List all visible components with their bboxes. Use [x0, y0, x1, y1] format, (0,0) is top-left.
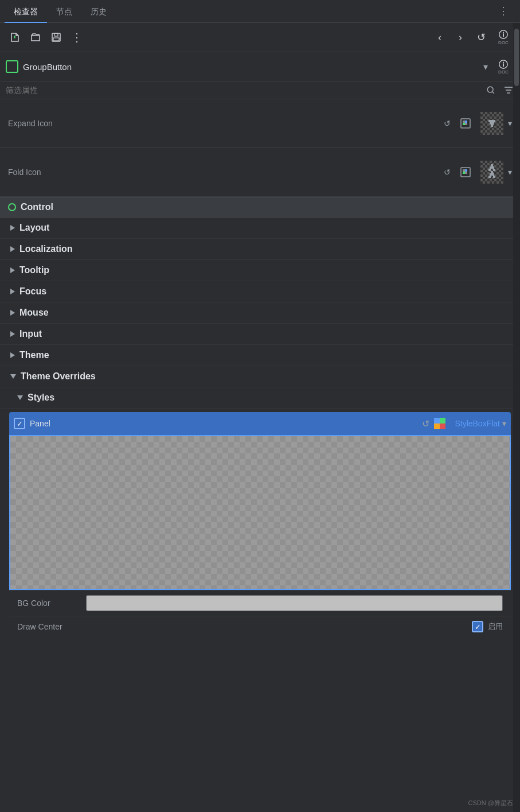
- node-doc-button[interactable]: DOC: [492, 56, 514, 77]
- new-file-button[interactable]: [6, 28, 24, 46]
- theme-arrow-icon: [10, 352, 15, 358]
- panel-checkbox[interactable]: ✓: [14, 418, 25, 429]
- fold-icon-actions: ↺: [439, 164, 474, 180]
- expand-icon-label: Expand Icon: [8, 119, 77, 128]
- styles-item[interactable]: Styles: [0, 387, 520, 409]
- filter-settings-icon[interactable]: [503, 84, 514, 96]
- node-doc-label: DOC: [498, 69, 509, 75]
- tooltip-arrow-icon: [10, 267, 15, 273]
- svg-rect-48: [440, 424, 445, 429]
- mouse-arrow-icon: [10, 310, 15, 316]
- expand-icon-preview: [478, 110, 506, 137]
- scrollbar-track[interactable]: [513, 0, 520, 812]
- expand-icon-section: Expand Icon ↺: [0, 99, 520, 148]
- mouse-label: Mouse: [19, 308, 49, 318]
- localization-arrow-icon: [10, 246, 15, 252]
- localization-item[interactable]: Localization: [0, 239, 520, 260]
- layout-item[interactable]: Layout: [0, 217, 520, 239]
- fold-icon-preview: [478, 158, 506, 186]
- draw-center-controls: ✓ 启用: [472, 621, 503, 632]
- node-dropdown-button[interactable]: ▾: [483, 61, 488, 72]
- svg-rect-46: [440, 418, 445, 424]
- svg-rect-36: [490, 166, 492, 169]
- panel-type-dropdown-button[interactable]: ▾: [502, 419, 506, 428]
- layout-arrow-icon: [10, 225, 15, 231]
- bg-color-row: BG Color: [9, 590, 511, 616]
- mouse-item[interactable]: Mouse: [0, 302, 520, 324]
- svg-rect-44: [493, 176, 495, 178]
- watermark: CSDN @异星石: [468, 799, 513, 807]
- svg-rect-10: [463, 121, 465, 123]
- svg-rect-40: [491, 171, 493, 173]
- fold-icon-row: Fold Icon ↺: [8, 155, 512, 189]
- bg-color-label: BG Color: [17, 599, 86, 608]
- tab-inspector[interactable]: 检查器: [5, 2, 47, 23]
- focus-label: Focus: [19, 286, 46, 297]
- panel-preview: [9, 435, 511, 590]
- expand-icon-reset-button[interactable]: ↺: [439, 115, 455, 131]
- focus-item[interactable]: Focus: [0, 281, 520, 302]
- control-dot-icon: [8, 203, 16, 211]
- svg-rect-35: [491, 164, 493, 166]
- panel-actions: ↺ StyleBoxFlat ▾: [422, 415, 506, 432]
- svg-rect-13: [465, 123, 467, 125]
- open-file-button[interactable]: [26, 28, 45, 46]
- back-button[interactable]: ‹: [431, 28, 449, 46]
- svg-rect-24: [491, 125, 493, 127]
- svg-rect-39: [493, 169, 495, 171]
- forward-button[interactable]: ›: [451, 28, 470, 46]
- svg-rect-47: [434, 424, 440, 429]
- theme-overrides-label: Theme Overrides: [21, 371, 96, 382]
- fold-icon-edit-button[interactable]: [458, 164, 474, 180]
- node-row: GroupButton ▾ DOC: [0, 52, 520, 81]
- input-item[interactable]: Input: [0, 324, 520, 345]
- expand-icon-actions: ↺: [439, 115, 474, 131]
- localization-label: Localization: [19, 244, 72, 254]
- svg-rect-42: [492, 173, 494, 176]
- tooltip-item[interactable]: Tooltip: [0, 260, 520, 281]
- input-arrow-icon: [10, 331, 15, 337]
- control-section-header: Control: [0, 197, 520, 217]
- bg-color-swatch[interactable]: [86, 595, 503, 611]
- svg-rect-41: [490, 173, 492, 176]
- panel-reset-button[interactable]: ↺: [422, 418, 429, 429]
- expand-icon-dropdown-button[interactable]: ▾: [508, 119, 512, 128]
- theme-label: Theme: [19, 350, 49, 360]
- doc-label: DOC: [498, 40, 509, 45]
- panel-section: ✓ Panel ↺ StyleBoxFlat ▾: [0, 409, 520, 640]
- more-options-button[interactable]: ⋮: [68, 28, 86, 46]
- search-icon: [486, 85, 496, 95]
- filter-input[interactable]: [6, 86, 486, 95]
- svg-rect-45: [434, 418, 440, 424]
- scrollbar-thumb[interactable]: [514, 29, 519, 86]
- tab-nodes[interactable]: 节点: [47, 2, 81, 22]
- fold-icon-reset-button[interactable]: ↺: [439, 164, 455, 180]
- theme-overrides-item[interactable]: Theme Overrides: [0, 366, 520, 387]
- layout-label: Layout: [19, 223, 49, 233]
- expand-icon-edit-button[interactable]: [458, 115, 474, 131]
- doc-button[interactable]: DOC: [492, 26, 514, 48]
- styles-arrow-icon: [17, 395, 23, 400]
- svg-rect-23: [492, 122, 494, 125]
- svg-rect-38: [488, 169, 491, 171]
- history-button[interactable]: ↺: [472, 28, 490, 46]
- panel-style-row: ✓ Panel ↺ StyleBoxFlat ▾: [9, 412, 511, 435]
- draw-center-checkbox[interactable]: ✓: [472, 621, 483, 632]
- control-section-title: Control: [21, 202, 53, 212]
- filter-row: [0, 81, 520, 99]
- svg-rect-12: [463, 123, 465, 125]
- focus-arrow-icon: [10, 289, 15, 294]
- draw-center-row: Draw Center ✓ 启用: [9, 616, 511, 637]
- tab-bar-more-icon[interactable]: ⋮: [491, 0, 515, 22]
- save-file-button[interactable]: [47, 28, 65, 46]
- theme-item[interactable]: Theme: [0, 345, 520, 366]
- svg-rect-20: [491, 120, 493, 122]
- expand-icon-row: Expand Icon ↺: [8, 106, 512, 141]
- node-icon: [6, 60, 18, 73]
- fold-icon-dropdown-button[interactable]: ▾: [508, 168, 512, 177]
- tab-history[interactable]: 历史: [81, 2, 116, 22]
- panel-label: Panel: [30, 419, 50, 428]
- fold-icon-section: Fold Icon ↺: [0, 148, 520, 197]
- panel-color-button[interactable]: [432, 415, 448, 432]
- tab-bar: 检查器 节点 历史 ⋮: [0, 0, 520, 23]
